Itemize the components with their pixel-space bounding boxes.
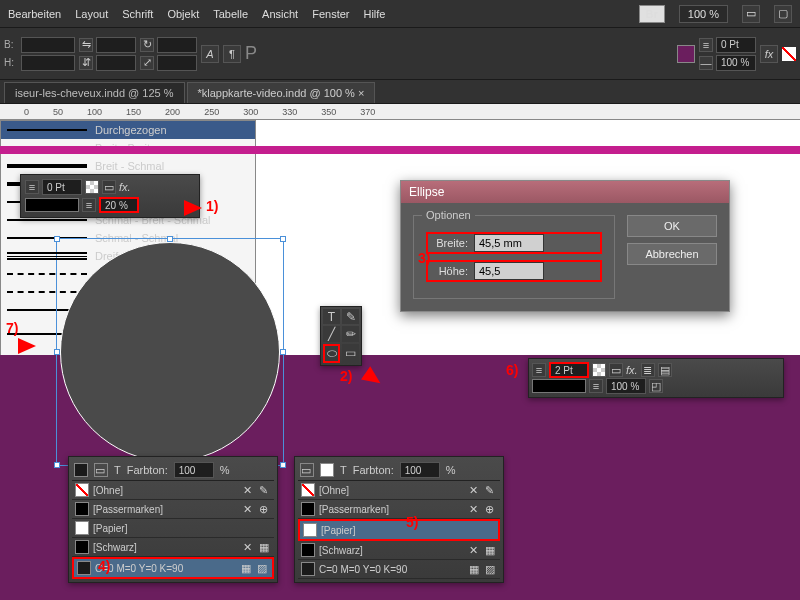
- no-fill-icon[interactable]: [782, 47, 796, 61]
- canvas[interactable]: ≡▭fx. ≡ 1) T ✎ ╱ ✏ ⬭ ▭ 2) Ellipse Option…: [0, 120, 800, 600]
- handle-bl[interactable]: [54, 462, 60, 468]
- para-panel-icon[interactable]: ¶: [223, 45, 241, 63]
- swatch-passermarken[interactable]: [Passermarken]✕⊕: [72, 500, 274, 519]
- skew-input[interactable]: [157, 55, 197, 71]
- handle-mr[interactable]: [280, 349, 286, 355]
- ellipse-dialog: Ellipse Optionen Breite: Höhe: OK Abbrec…: [400, 180, 730, 312]
- tab-doc2[interactable]: *klappkarte-video.indd @ 100 % ×: [187, 82, 376, 103]
- weight-stepper-icon[interactable]: ≡: [532, 363, 546, 377]
- menu-schrift[interactable]: Schrift: [122, 8, 153, 20]
- scale-y-input[interactable]: [96, 55, 136, 71]
- rotate-input[interactable]: [157, 37, 197, 53]
- handle-ml[interactable]: [54, 349, 60, 355]
- horizontal-ruler: 050100150200250300330350370: [0, 104, 800, 120]
- bridge-button[interactable]: Br: [639, 5, 665, 23]
- stroke-2pt-input[interactable]: [549, 362, 589, 378]
- handle-tm[interactable]: [167, 236, 173, 242]
- swatch-schwarz[interactable]: [Schwarz]✕▦: [72, 538, 274, 557]
- fill2-icon[interactable]: [592, 363, 606, 377]
- stroke-weight-input[interactable]: [716, 37, 756, 53]
- cancel-button[interactable]: Abbrechen: [627, 243, 717, 265]
- fill-swatch[interactable]: [677, 45, 695, 63]
- width-dlg-input[interactable]: [474, 234, 544, 252]
- tint-label: Farbton:: [127, 464, 168, 476]
- tab-doc1[interactable]: iseur-les-cheveux.indd @ 125 %: [4, 82, 185, 103]
- fx2-icon[interactable]: fx.: [626, 364, 638, 376]
- menu-layout[interactable]: Layout: [75, 8, 108, 20]
- corner-icon[interactable]: ◰: [649, 379, 663, 393]
- swatch-papier[interactable]: [Papier]: [72, 519, 274, 538]
- stroke-type-icon[interactable]: —: [699, 56, 713, 70]
- zoom-select[interactable]: 100 %: [679, 5, 728, 23]
- scale-x-input[interactable]: [96, 37, 136, 53]
- stroke-proxy-icon[interactable]: ▭: [94, 463, 108, 477]
- annotation-2: 2): [340, 368, 352, 384]
- swatch2-k90[interactable]: C=0 M=0 Y=0 K=90▦▨: [298, 560, 500, 579]
- ellipse-tool-icon[interactable]: ⬭: [323, 344, 340, 363]
- flip-v-icon[interactable]: ⇵: [79, 56, 93, 70]
- height-dlg-input[interactable]: [474, 262, 544, 280]
- opacity-20-input[interactable]: [99, 197, 139, 213]
- swatch2-ohne[interactable]: [Ohne]✕✎: [298, 481, 500, 500]
- opacity-step-icon[interactable]: ≡: [82, 198, 96, 212]
- swatch2-papier[interactable]: [Papier]: [298, 519, 500, 541]
- wrap-icon[interactable]: ▤: [658, 363, 672, 377]
- fill-proxy2-icon[interactable]: ▭: [300, 463, 314, 477]
- height-input[interactable]: [21, 55, 75, 71]
- pen-tool-icon[interactable]: ✎: [342, 309, 359, 324]
- ok-button[interactable]: OK: [627, 215, 717, 237]
- line-tool-icon[interactable]: ╱: [323, 326, 340, 341]
- menu-tabelle[interactable]: Tabelle: [213, 8, 248, 20]
- swatch-ohne[interactable]: [Ohne]✕✎: [72, 481, 274, 500]
- menu-hilfe[interactable]: Hilfe: [363, 8, 385, 20]
- weight-step-icon[interactable]: ≡: [25, 180, 39, 194]
- swatch2-schwarz[interactable]: [Schwarz]✕▦: [298, 541, 500, 560]
- width-dlg-label: Breite:: [428, 237, 468, 249]
- handle-tr[interactable]: [280, 236, 286, 242]
- annotation-7: 7): [6, 320, 18, 336]
- tool-mini-palette: T ✎ ╱ ✏ ⬭ ▭: [320, 306, 362, 366]
- stroke-icon[interactable]: ▭: [102, 180, 116, 194]
- skew-icon[interactable]: ⤢: [140, 56, 154, 70]
- tint-input2[interactable]: [400, 462, 440, 478]
- pencil-tool-icon[interactable]: ✏: [342, 326, 359, 341]
- menu-fenster[interactable]: Fenster: [312, 8, 349, 20]
- stroke-proxy2-icon[interactable]: [320, 463, 334, 477]
- fill-proxy-icon[interactable]: [74, 463, 88, 477]
- align-icon[interactable]: ≣: [641, 363, 655, 377]
- style-breit-schmal[interactable]: Breit - Schmal: [1, 157, 255, 175]
- menu-ansicht[interactable]: Ansicht: [262, 8, 298, 20]
- char-panel-icon[interactable]: A: [201, 45, 219, 63]
- selected-ellipse[interactable]: [60, 242, 280, 462]
- swatch2-passermarken[interactable]: [Passermarken]✕⊕: [298, 500, 500, 519]
- handle-br[interactable]: [280, 462, 286, 468]
- view-mode-icon[interactable]: ▭: [742, 5, 760, 23]
- fx-mini-icon[interactable]: fx.: [119, 181, 131, 193]
- stroke-style-preview[interactable]: [25, 198, 79, 212]
- style-durchgezogen[interactable]: Durchgezogen: [1, 121, 255, 139]
- annotation-6: 6): [506, 362, 518, 378]
- tint-input[interactable]: [174, 462, 214, 478]
- stroke-style2-preview[interactable]: [532, 379, 586, 393]
- rect-tool-icon[interactable]: ▭: [342, 344, 359, 363]
- fill-icon[interactable]: [85, 180, 99, 194]
- rotate-icon[interactable]: ↻: [140, 38, 154, 52]
- screen-mode-icon[interactable]: ▢: [774, 5, 792, 23]
- menu-bearbeiten[interactable]: Bearbeiten: [8, 8, 61, 20]
- opacity2-step-icon[interactable]: ≡: [589, 379, 603, 393]
- menu-objekt[interactable]: Objekt: [167, 8, 199, 20]
- opacity-input[interactable]: [716, 55, 756, 71]
- flip-h-icon[interactable]: ⇋: [79, 38, 93, 52]
- type-tool-icon[interactable]: T: [323, 309, 340, 324]
- stroke-props-panel: ≡ ▭ fx. ≣ ▤ ≡ ◰: [528, 358, 784, 398]
- magenta-bar: [0, 146, 800, 154]
- stroke2-icon[interactable]: ▭: [609, 363, 623, 377]
- handle-tl[interactable]: [54, 236, 60, 242]
- weight-input[interactable]: [42, 179, 82, 195]
- close-tab-icon[interactable]: ×: [358, 87, 364, 99]
- stroke-weight-icon[interactable]: ≡: [699, 38, 713, 52]
- fx-icon[interactable]: fx: [760, 45, 778, 63]
- width-input[interactable]: [21, 37, 75, 53]
- options-group: Optionen Breite: Höhe:: [413, 215, 615, 299]
- opacity2-input[interactable]: [606, 378, 646, 394]
